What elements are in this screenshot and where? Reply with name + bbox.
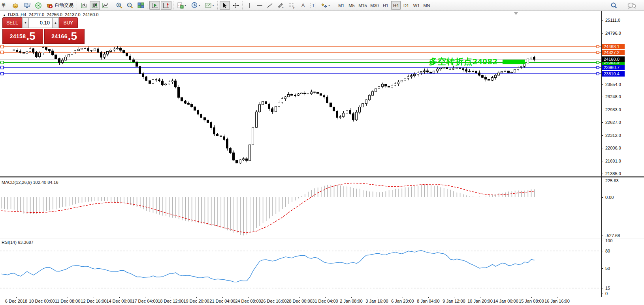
cursor-icon [223, 3, 227, 8]
autotrading-icon [47, 4, 53, 8]
timeframe-m30[interactable]: M30 [369, 1, 380, 10]
macd-values: 102.40 84.16 [33, 180, 58, 185]
time-tick-label: 26 Dec 16:00 [261, 299, 286, 303]
ohlc-close: 24160.0 [83, 12, 99, 17]
price-tick-label: 22933.0 [605, 107, 621, 112]
rsi-indicator-label: RSI(14) 63.3687 [2, 240, 34, 245]
chart-bars-button[interactable] [79, 1, 89, 10]
chart-annotation-highlight [503, 60, 525, 64]
time-tick [248, 297, 249, 298]
price-tick-label: 22627.0 [605, 120, 621, 125]
price-axis[interactable]: 25111.024796.023554.023248.022933.022627… [601, 11, 644, 297]
crosshair-tool-button[interactable] [231, 1, 241, 10]
timeframe-mn[interactable]: MN [422, 1, 431, 10]
price-tick-label: 21385.0 [605, 171, 621, 176]
zoom-in-button[interactable] [114, 1, 124, 10]
search-icon [612, 3, 617, 8]
cursor-tool-button[interactable] [220, 1, 230, 10]
panel-splitter[interactable] [0, 237, 644, 237]
arrows-tool[interactable]: ▾ [319, 1, 332, 10]
buy-button[interactable]: BUY [59, 17, 78, 28]
toolbar-separator [217, 1, 219, 9]
channel-tool[interactable]: E [275, 1, 286, 10]
text-label-tool[interactable]: T [309, 1, 318, 10]
symbol-name: DJ30-,H4 [8, 12, 26, 17]
timeframe-h4[interactable]: H4 [391, 1, 401, 10]
time-tick [171, 297, 171, 298]
bars-chart-icon [81, 3, 87, 8]
macd-name: MACD(12,26,9) [2, 180, 32, 185]
timeframe-m5[interactable]: M5 [347, 1, 356, 10]
rsi-value: 63.3687 [18, 240, 34, 245]
time-tick [506, 297, 506, 298]
rsi-tick [601, 241, 603, 241]
time-tick [68, 297, 68, 298]
candles-chart-icon [92, 3, 98, 8]
rsi-tick-label: 0 [605, 291, 608, 296]
autotrading-button[interactable]: 自动交易 [44, 1, 75, 10]
signals-button[interactable] [33, 1, 43, 10]
clock-icon [192, 3, 197, 8]
search-button[interactable] [609, 1, 619, 10]
ohlc-low: 24137.0 [65, 12, 81, 17]
rsi-tick [601, 251, 603, 251]
panel-splitter[interactable] [0, 176, 644, 177]
terminal-icon-button[interactable] [22, 1, 32, 10]
rsi-tick-label: 50 [605, 266, 610, 271]
timeframe-h1[interactable]: H1 [381, 1, 390, 10]
collapse-panel-icon[interactable]: ▲ [3, 13, 6, 17]
periods-button[interactable]: ▾ [189, 1, 202, 10]
zoom-out-button[interactable] [125, 1, 135, 10]
trendline-icon [267, 4, 272, 7]
sell-button[interactable]: SELL [2, 17, 22, 28]
fibonacci-tool[interactable]: F [287, 1, 297, 10]
volume-decrease-button[interactable]: ▼ [22, 17, 29, 28]
timeframe-m1[interactable]: M1 [337, 1, 346, 10]
autoscroll-button[interactable] [149, 1, 160, 10]
macd-tick-label: -527.68 [605, 233, 620, 238]
chart-annotation-text: 多空转折点24082 [429, 56, 497, 67]
buy-price-pips: .5 [68, 31, 77, 42]
horizontal-line-tool[interactable] [255, 1, 264, 10]
sell-quote-panel[interactable]: 24158.5 [2, 29, 43, 44]
templates-button[interactable]: ▾ [203, 1, 216, 10]
buy-quote-panel[interactable]: 24166.5 [44, 29, 85, 44]
arrows-icon [322, 4, 327, 7]
text-tool[interactable]: A [298, 1, 308, 10]
price-tick-label: 25111.0 [605, 18, 620, 22]
toolbar-separator [77, 1, 78, 9]
macd-indicator-label: MACD(12,26,9) 102.40 84.16 [2, 180, 58, 185]
price-tick [601, 135, 603, 136]
price-tick [601, 97, 603, 97]
chart-shift-button[interactable] [161, 1, 171, 10]
ohlc-high: 24256.0 [47, 12, 62, 17]
market-watch-icon[interactable] [10, 1, 21, 10]
panel-splitter[interactable] [0, 238, 644, 238]
price-tick-label: 22006.0 [605, 146, 621, 150]
chat-button[interactable] [626, 1, 638, 10]
price-tick-label: 21691.0 [605, 159, 621, 163]
vertical-line-tool[interactable] [245, 1, 254, 10]
chart-line-button[interactable] [100, 1, 111, 10]
volume-input[interactable] [29, 17, 52, 28]
indicators-button[interactable]: ▾ [175, 1, 188, 10]
trendline-tool[interactable] [265, 1, 275, 10]
chart-canvas[interactable] [0, 11, 601, 305]
timeframe-w1[interactable]: W1 [412, 1, 421, 10]
timeframe-d1[interactable]: D1 [401, 1, 411, 10]
panel-splitter[interactable] [0, 178, 644, 178]
time-tick [222, 297, 223, 298]
new-order-button-partial[interactable]: 单 [0, 1, 7, 10]
tile-windows-button[interactable] [136, 1, 146, 10]
time-tick-label: 3 Jan 16:00 [365, 299, 388, 303]
level-price-label: 23960.7 [602, 65, 625, 70]
time-tick [94, 297, 94, 298]
sell-price: 24158 [10, 33, 26, 39]
chart-shift-marker[interactable] [514, 12, 518, 15]
volume-increase-button[interactable]: ▲ [52, 17, 59, 28]
timeframe-m15[interactable]: M15 [357, 1, 368, 10]
time-axis[interactable]: 6 Dec 201810 Dec 00:0011 Dec 08:0012 Dec… [0, 297, 644, 305]
price-tick [601, 148, 603, 148]
chart-candles-button[interactable] [90, 1, 100, 10]
rsi-name: RSI(14) [2, 240, 17, 245]
